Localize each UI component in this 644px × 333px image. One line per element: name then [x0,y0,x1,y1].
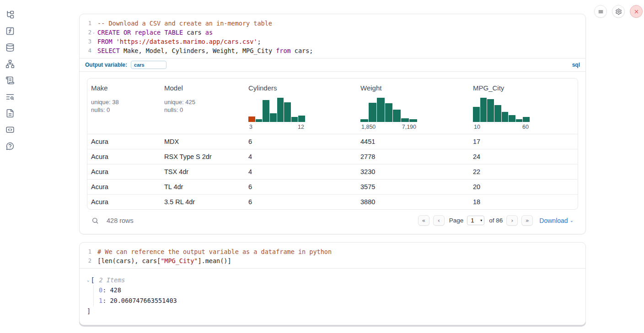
database-icon[interactable] [5,43,15,52]
code-token: Make, Model, Cylinders, Weight, MPG_City [120,47,276,54]
help-icon[interactable] [5,142,15,151]
axis-tick-label: 3 [249,124,252,130]
table-cell: TL 4dr [161,183,245,190]
menu-button[interactable] [594,5,607,18]
prev-page-button[interactable]: ‹ [433,215,445,226]
close-icon [633,8,640,15]
code-token [113,38,116,45]
fold-spacer [91,247,96,256]
histogram-bar[interactable] [369,103,376,122]
code-text: -- Download a CSV and create an in-memor… [97,19,272,28]
tree-entry-value: 428 [110,286,121,294]
sql-code-editor[interactable]: 1-- Download a CSV and create an in-memo… [80,14,585,58]
tree-entry-separator: : [102,286,110,294]
histogram-bar[interactable] [270,113,277,122]
next-page-button[interactable]: › [506,215,518,226]
column-histogram: 312 [248,98,305,130]
snippets-icon[interactable] [5,125,15,134]
tree-entry: 1: 20.060747663551403 [99,296,578,306]
column-header-cylinders[interactable]: Cylinders312 [245,84,357,130]
histogram-bar[interactable] [385,103,393,122]
histogram-bar[interactable] [480,98,487,122]
code-line: 2[len(cars), cars["MPG_City"].mean()] [80,256,585,265]
settings-button[interactable] [612,5,625,18]
file-tree-icon[interactable] [5,10,15,19]
tree-item-count: 2 Items [99,276,125,284]
dependency-graph-icon[interactable] [5,59,15,69]
tree-entry-value: 20.060747663551403 [110,297,177,304]
python-cell: 1# We can reference the output variable … [79,242,586,325]
histogram-axis-labels: 312 [248,124,305,130]
histogram-bar[interactable] [291,117,298,122]
histogram-bar[interactable] [487,99,494,122]
table-row: AcuraTL 4dr6357520 [87,179,578,194]
tree-entry-key: 0 [99,286,102,294]
histogram-bar[interactable] [393,110,401,122]
code-text: FROM 'https://datasets.marimo.app/cars.c… [97,37,261,46]
code-token: TABLE [164,29,183,36]
code-text: SELECT Make, Model, Cylinders, Weight, M… [97,46,313,55]
table-cell: 4 [245,153,357,160]
histogram-bar[interactable] [409,119,417,122]
histogram-bar[interactable] [298,116,305,122]
pagination: « ‹ Page 1 ▾ of 86 › » Download ⌄ [418,215,574,226]
table-cell: 3.5 RL 4dr [161,198,245,206]
histogram-bar[interactable] [284,102,291,122]
documentation-icon[interactable] [5,109,15,118]
histogram-bar[interactable] [401,118,409,122]
sql-cell: 1-- Download a CSV and create an in-memo… [79,14,586,234]
table-cell: 4 [245,168,357,175]
table-cell: 6 [245,138,357,145]
histogram-bar[interactable] [263,100,269,122]
table-footer: 428 rows « ‹ Page 1 ▾ of 86 › » Download… [87,210,578,231]
line-gutter: 1 [80,19,96,28]
column-name: Make [91,84,161,92]
code-token: -- Download a CSV and create an in-memor… [97,20,272,27]
histogram-bar[interactable] [502,112,509,122]
histogram-bar[interactable] [494,105,501,122]
histogram-bar[interactable] [516,119,523,122]
line-number: 4 [80,46,91,55]
search-icon[interactable] [91,217,99,224]
histogram-bar[interactable] [256,119,263,122]
download-button[interactable]: Download ⌄ [539,217,574,224]
histogram-bar[interactable] [377,98,385,122]
column-header-model[interactable]: Modelunique: 425nulls: 0 [161,84,245,130]
histogram-bar[interactable] [523,117,530,122]
tree-body: 0: 4281: 20.060747663551403 [93,285,578,306]
tree-entry-key: 1 [99,297,102,304]
page-select[interactable]: 1 ▾ [467,216,484,225]
function-square-icon[interactable] [5,26,15,36]
column-header-mpg_city[interactable]: MPG_City1060 [469,84,578,130]
first-page-button[interactable]: « [418,215,429,226]
fold-spacer [91,46,96,55]
output-variable-input[interactable] [131,61,166,69]
close-app-button[interactable] [630,5,643,18]
table-cell: 6 [245,183,357,190]
histogram-bar[interactable] [360,119,368,122]
scratchpad-icon[interactable] [5,76,15,85]
last-page-button[interactable]: » [521,215,533,226]
column-stat: nulls: 0 [91,106,161,114]
histogram-bar[interactable] [248,116,255,122]
page-total-label: of 86 [489,217,503,224]
logs-search-icon[interactable] [5,92,15,101]
line-number: 3 [80,37,91,46]
histogram-bar[interactable] [473,107,480,122]
code-token: CREATE [97,29,120,36]
column-header-make[interactable]: Makeunique: 38nulls: 0 [87,84,161,130]
code-token: [len(cars), cars[ [97,257,161,264]
python-code-editor[interactable]: 1# We can reference the output variable … [80,243,585,268]
code-text: # We can reference the output variable a… [97,247,332,256]
table-header-row: Makeunique: 38nulls: 0Modelunique: 425nu… [87,79,578,134]
column-header-weight[interactable]: Weight1,8507,190 [357,84,469,130]
language-badge: sql [572,62,580,68]
histogram-bar[interactable] [509,115,515,122]
code-token: cars; [291,47,313,54]
histogram-bar[interactable] [277,98,284,122]
table-cell: 2778 [357,153,469,160]
fold-chevron-icon[interactable]: ⌄ [91,28,96,37]
output-variable-row: Output variable: sql [80,58,585,71]
code-token: SELECT [97,47,120,54]
chevron-down-icon[interactable]: ⌄ [87,278,89,282]
